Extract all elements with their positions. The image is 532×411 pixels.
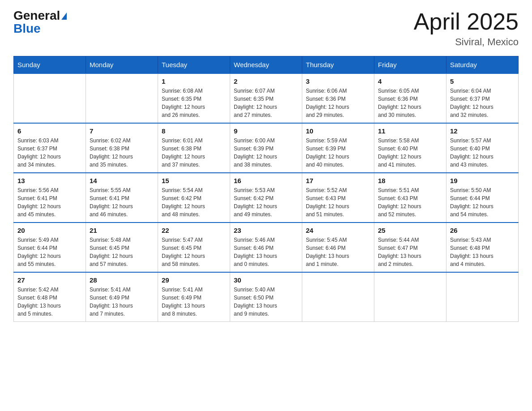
day-info: Sunrise: 5:41 AM Sunset: 6:49 PM Dayligh… xyxy=(90,286,154,318)
day-number: 1 xyxy=(162,77,226,85)
day-info: Sunrise: 6:04 AM Sunset: 6:37 PM Dayligh… xyxy=(450,87,515,119)
calendar-cell: 6Sunrise: 6:03 AM Sunset: 6:37 PM Daylig… xyxy=(14,123,86,173)
calendar-cell: 29Sunrise: 5:41 AM Sunset: 6:49 PM Dayli… xyxy=(158,272,230,322)
calendar-cell: 1Sunrise: 6:08 AM Sunset: 6:35 PM Daylig… xyxy=(158,73,230,123)
calendar-cell: 13Sunrise: 5:56 AM Sunset: 6:41 PM Dayli… xyxy=(14,173,86,223)
day-number: 7 xyxy=(90,127,154,135)
calendar-week-row: 20Sunrise: 5:49 AM Sunset: 6:44 PM Dayli… xyxy=(14,223,519,272)
day-number: 8 xyxy=(162,127,226,135)
day-info: Sunrise: 5:41 AM Sunset: 6:49 PM Dayligh… xyxy=(162,286,226,318)
day-number: 12 xyxy=(450,127,515,135)
calendar-cell: 14Sunrise: 5:55 AM Sunset: 6:41 PM Dayli… xyxy=(86,173,158,223)
day-number: 4 xyxy=(378,77,442,85)
day-info: Sunrise: 5:46 AM Sunset: 6:46 PM Dayligh… xyxy=(234,236,298,268)
day-number: 15 xyxy=(162,177,226,184)
day-number: 3 xyxy=(306,77,370,85)
day-info: Sunrise: 5:42 AM Sunset: 6:48 PM Dayligh… xyxy=(17,286,82,318)
calendar-cell xyxy=(446,272,519,322)
day-number: 17 xyxy=(306,177,370,184)
day-info: Sunrise: 5:40 AM Sunset: 6:50 PM Dayligh… xyxy=(234,286,298,318)
day-number: 30 xyxy=(234,276,298,284)
day-info: Sunrise: 5:56 AM Sunset: 6:41 PM Dayligh… xyxy=(17,186,82,218)
day-info: Sunrise: 5:49 AM Sunset: 6:44 PM Dayligh… xyxy=(17,236,82,268)
day-info: Sunrise: 5:58 AM Sunset: 6:40 PM Dayligh… xyxy=(378,137,442,169)
day-info: Sunrise: 5:57 AM Sunset: 6:40 PM Dayligh… xyxy=(450,137,515,169)
day-number: 22 xyxy=(162,227,226,234)
calendar-cell: 17Sunrise: 5:52 AM Sunset: 6:43 PM Dayli… xyxy=(302,173,374,223)
calendar-cell: 30Sunrise: 5:40 AM Sunset: 6:50 PM Dayli… xyxy=(230,272,302,322)
calendar-cell: 21Sunrise: 5:48 AM Sunset: 6:45 PM Dayli… xyxy=(86,223,158,272)
calendar-cell: 16Sunrise: 5:53 AM Sunset: 6:42 PM Dayli… xyxy=(230,173,302,223)
day-number: 6 xyxy=(17,127,82,135)
day-number: 2 xyxy=(234,77,298,85)
day-number: 18 xyxy=(378,177,442,184)
day-info: Sunrise: 5:43 AM Sunset: 6:48 PM Dayligh… xyxy=(450,236,515,268)
day-number: 14 xyxy=(90,177,154,184)
calendar-table: SundayMondayTuesdayWednesdayThursdayFrid… xyxy=(13,56,519,322)
calendar-cell: 24Sunrise: 5:45 AM Sunset: 6:46 PM Dayli… xyxy=(302,223,374,272)
calendar-week-row: 27Sunrise: 5:42 AM Sunset: 6:48 PM Dayli… xyxy=(14,272,519,322)
day-number: 10 xyxy=(306,127,370,135)
day-info: Sunrise: 6:01 AM Sunset: 6:38 PM Dayligh… xyxy=(162,137,226,169)
calendar-cell: 10Sunrise: 5:59 AM Sunset: 6:39 PM Dayli… xyxy=(302,123,374,173)
weekday-header: Saturday xyxy=(446,56,519,74)
day-info: Sunrise: 5:51 AM Sunset: 6:43 PM Dayligh… xyxy=(378,186,442,218)
calendar-cell: 12Sunrise: 5:57 AM Sunset: 6:40 PM Dayli… xyxy=(446,123,519,173)
month-year-title: April 2025 xyxy=(414,9,519,34)
logo-general-text: General xyxy=(13,9,60,23)
day-info: Sunrise: 5:48 AM Sunset: 6:45 PM Dayligh… xyxy=(90,236,154,268)
calendar-cell: 19Sunrise: 5:50 AM Sunset: 6:44 PM Dayli… xyxy=(446,173,519,223)
calendar-week-row: 13Sunrise: 5:56 AM Sunset: 6:41 PM Dayli… xyxy=(14,173,519,223)
day-number: 24 xyxy=(306,227,370,234)
day-number: 9 xyxy=(234,127,298,135)
day-info: Sunrise: 5:55 AM Sunset: 6:41 PM Dayligh… xyxy=(90,186,154,218)
day-info: Sunrise: 5:52 AM Sunset: 6:43 PM Dayligh… xyxy=(306,186,370,218)
day-info: Sunrise: 5:54 AM Sunset: 6:42 PM Dayligh… xyxy=(162,186,226,218)
calendar-cell: 26Sunrise: 5:43 AM Sunset: 6:48 PM Dayli… xyxy=(446,223,519,272)
calendar-cell xyxy=(374,272,446,322)
day-number: 20 xyxy=(17,227,82,234)
calendar-cell: 8Sunrise: 6:01 AM Sunset: 6:38 PM Daylig… xyxy=(158,123,230,173)
calendar-header-row: SundayMondayTuesdayWednesdayThursdayFrid… xyxy=(14,56,519,74)
weekday-header: Friday xyxy=(374,56,446,74)
calendar-cell xyxy=(14,73,86,123)
weekday-header: Monday xyxy=(86,56,158,74)
weekday-header: Wednesday xyxy=(230,56,302,74)
calendar-cell: 11Sunrise: 5:58 AM Sunset: 6:40 PM Dayli… xyxy=(374,123,446,173)
day-number: 11 xyxy=(378,127,442,135)
day-info: Sunrise: 6:03 AM Sunset: 6:37 PM Dayligh… xyxy=(17,137,82,169)
day-info: Sunrise: 6:05 AM Sunset: 6:36 PM Dayligh… xyxy=(378,87,442,119)
weekday-header: Tuesday xyxy=(158,56,230,74)
day-number: 19 xyxy=(450,177,515,184)
day-info: Sunrise: 6:06 AM Sunset: 6:36 PM Dayligh… xyxy=(306,87,370,119)
day-info: Sunrise: 5:44 AM Sunset: 6:47 PM Dayligh… xyxy=(378,236,442,268)
calendar-cell xyxy=(302,272,374,322)
calendar-cell: 4Sunrise: 6:05 AM Sunset: 6:36 PM Daylig… xyxy=(374,73,446,123)
logo-blue-text: Blue xyxy=(13,22,67,36)
calendar-cell xyxy=(86,73,158,123)
calendar-cell: 22Sunrise: 5:47 AM Sunset: 6:45 PM Dayli… xyxy=(158,223,230,272)
calendar-cell: 3Sunrise: 6:06 AM Sunset: 6:36 PM Daylig… xyxy=(302,73,374,123)
day-number: 16 xyxy=(234,177,298,184)
location-subtitle: Siviral, Mexico xyxy=(414,36,519,48)
calendar-week-row: 1Sunrise: 6:08 AM Sunset: 6:35 PM Daylig… xyxy=(14,73,519,123)
calendar-cell: 2Sunrise: 6:07 AM Sunset: 6:35 PM Daylig… xyxy=(230,73,302,123)
calendar-cell: 15Sunrise: 5:54 AM Sunset: 6:42 PM Dayli… xyxy=(158,173,230,223)
day-info: Sunrise: 5:45 AM Sunset: 6:46 PM Dayligh… xyxy=(306,236,370,268)
day-info: Sunrise: 5:50 AM Sunset: 6:44 PM Dayligh… xyxy=(450,186,515,218)
page-header: General Blue April 2025 Siviral, Mexico xyxy=(13,9,519,48)
day-info: Sunrise: 6:02 AM Sunset: 6:38 PM Dayligh… xyxy=(90,137,154,169)
calendar-week-row: 6Sunrise: 6:03 AM Sunset: 6:37 PM Daylig… xyxy=(14,123,519,173)
title-block: April 2025 Siviral, Mexico xyxy=(414,9,519,48)
calendar-cell: 27Sunrise: 5:42 AM Sunset: 6:48 PM Dayli… xyxy=(14,272,86,322)
day-number: 27 xyxy=(17,276,82,284)
calendar-cell: 9Sunrise: 6:00 AM Sunset: 6:39 PM Daylig… xyxy=(230,123,302,173)
day-number: 25 xyxy=(378,227,442,234)
logo: General Blue xyxy=(13,9,67,36)
day-number: 13 xyxy=(17,177,82,184)
calendar-cell: 25Sunrise: 5:44 AM Sunset: 6:47 PM Dayli… xyxy=(374,223,446,272)
day-info: Sunrise: 6:07 AM Sunset: 6:35 PM Dayligh… xyxy=(234,87,298,119)
weekday-header: Thursday xyxy=(302,56,374,74)
day-number: 21 xyxy=(90,227,154,234)
day-info: Sunrise: 6:08 AM Sunset: 6:35 PM Dayligh… xyxy=(162,87,226,119)
